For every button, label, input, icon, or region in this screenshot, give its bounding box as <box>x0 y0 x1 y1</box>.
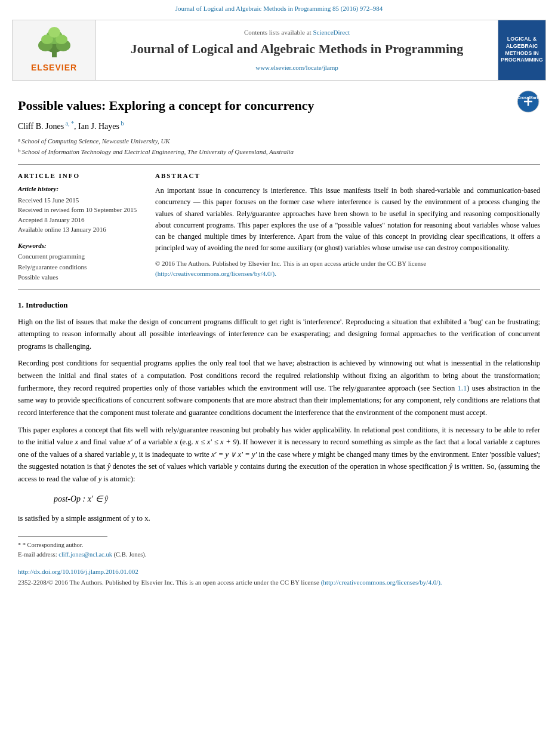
header-divider <box>18 164 540 165</box>
footnote-corresponding: * * Corresponding author. <box>18 540 540 550</box>
keyword-3: Possible values <box>18 272 143 283</box>
main-content: Possible values: Exploring a concept for… <box>0 81 558 600</box>
footnote-email: E-mail address: cliff.jones@ncl.ac.uk (C… <box>18 550 540 560</box>
author-1-sup: a, * <box>64 120 74 127</box>
article-info-column: ARTICLE INFO Article history: Received 1… <box>18 171 143 283</box>
cc-text: © 2016 The Authors. Published by Elsevie… <box>155 260 426 267</box>
journal-url[interactable]: www.elsevier.com/locate/jlamp <box>255 63 338 73</box>
elsevier-logo-section: ELSEVIER <box>13 20 96 80</box>
journal-right-logo-section: LOGICAL &ALGEBRAICMETHODS INPROGRAMMING <box>498 20 545 80</box>
sciencedirect-link[interactable]: ScienceDirect <box>313 29 350 36</box>
crossmark-badge: CrossMark <box>516 90 540 117</box>
right-logo-text: LOGICAL &ALGEBRAICMETHODS INPROGRAMMING <box>498 33 546 67</box>
after-formula-text: is satisfied by a simple assignment of y… <box>18 512 540 525</box>
journal-header: ELSEVIER Contents lists available at Sci… <box>12 20 546 81</box>
section-title: Introduction <box>26 300 68 309</box>
info-abstract-section: ARTICLE INFO Article history: Received 1… <box>18 171 540 283</box>
elsevier-tree-icon <box>30 26 78 59</box>
top-link-text: Journal of Logical and Algebraic Methods… <box>175 5 383 12</box>
author-email[interactable]: cliff.jones@ncl.ac.uk <box>58 551 112 558</box>
author-2-sup: b <box>119 120 124 127</box>
issn-line: 2352-2208/© 2016 The Authors. Published … <box>18 577 540 588</box>
body-divider <box>18 289 540 290</box>
journal-title: Journal of Logical and Algebraic Methods… <box>131 41 464 58</box>
elsevier-label: ELSEVIER <box>31 62 77 74</box>
authors-line: Cliff B. Jones a, *, Ian J. Hayes b <box>18 119 540 133</box>
section-1-header: 1. Introduction <box>18 299 540 311</box>
top-journal-reference: Journal of Logical and Algebraic Methods… <box>0 0 558 16</box>
svg-point-7 <box>48 27 60 38</box>
abstract-label: ABSTRACT <box>155 171 540 181</box>
section-number: 1. <box>18 300 24 309</box>
article-info-label: ARTICLE INFO <box>18 171 143 181</box>
contents-available-text: Contents lists available at ScienceDirec… <box>244 27 350 38</box>
affil-b-text: School of Information Technology and Ele… <box>22 147 294 157</box>
affiliation-b: b School of Information Technology and E… <box>18 147 540 157</box>
available-date: Available online 13 January 2016 <box>18 225 143 235</box>
corresponding-author-label: * Corresponding author. <box>23 542 84 548</box>
paper-title: Possible values: Exploring a concept for… <box>18 97 315 115</box>
footnote-divider <box>18 536 107 537</box>
journal-title-section: Contents lists available at ScienceDirec… <box>96 20 498 80</box>
author-2-name: Ian J. Hayes <box>78 122 119 131</box>
cc-license: © 2016 The Authors. Published by Elsevie… <box>155 259 540 278</box>
issn-text: 2352-2208/© 2016 The Authors. Published … <box>18 579 319 586</box>
section-ref-11[interactable]: 1.1 <box>458 384 467 392</box>
intro-para-2: Recording post conditions for sequential… <box>18 357 540 419</box>
intro-para-1: High on the list of issues that make the… <box>18 316 540 353</box>
intro-para-3: This paper explores a concept that fits … <box>18 424 540 485</box>
email-suffix: (C.B. Jones). <box>114 551 147 558</box>
received-date: Received 15 June 2015 <box>18 195 143 205</box>
formula-text: post-Op : x′ ∈ ŷ <box>54 494 108 503</box>
email-label-text: E-mail address: <box>18 551 57 558</box>
keywords-label: Keywords: <box>18 241 143 251</box>
doi-line[interactable]: http://dx.doi.org/10.1016/j.jlamp.2016.0… <box>18 567 540 577</box>
revised-date: Received in revised form 10 September 20… <box>18 205 143 215</box>
math-formula: post-Op : x′ ∈ ŷ <box>54 493 540 505</box>
keyword-1: Concurrent programming <box>18 251 143 262</box>
abstract-column: ABSTRACT An important issue in concurren… <box>155 171 540 283</box>
issn-url[interactable]: (http://creativecommons.org/licenses/by/… <box>321 579 442 586</box>
article-history-label: Article history: <box>18 184 143 194</box>
footnote-section: * * Corresponding author. E-mail address… <box>18 540 540 560</box>
keyword-2: Rely/guarantee conditions <box>18 262 143 273</box>
abstract-text: An important issue in concurrency is int… <box>155 185 540 254</box>
cc-url-link[interactable]: (http://creativecommons.org/licenses/by/… <box>155 270 276 277</box>
affiliations: a School of Computing Science, Newcastle… <box>18 136 540 157</box>
accepted-date: Accepted 8 January 2016 <box>18 215 143 225</box>
affiliation-a: a School of Computing Science, Newcastle… <box>18 136 540 146</box>
author-1-name: Cliff B. Jones <box>18 122 64 131</box>
affil-a-text: School of Computing Science, Newcastle U… <box>21 136 170 146</box>
